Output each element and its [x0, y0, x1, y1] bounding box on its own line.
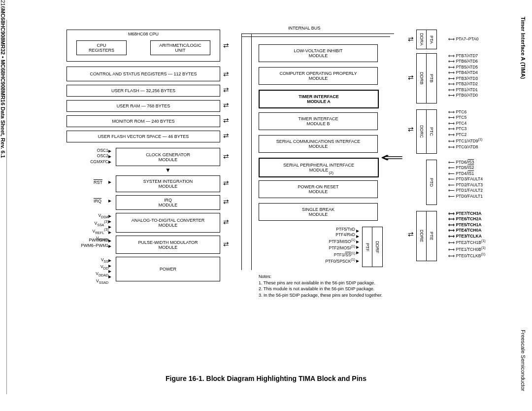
ddrc-box: DDRC	[416, 109, 427, 154]
pta-box: PTA	[426, 30, 437, 49]
page-number: 216	[0, 0, 6, 9]
pwm-module: PULSE-WIDTH MODULATOR MODULE	[116, 236, 220, 254]
ddre-box: DDRE	[416, 211, 427, 261]
break-module: SINGLE BREAK MODULE	[259, 203, 378, 221]
pte-box: PTE	[426, 211, 437, 261]
clock-pins: OSC1 OSC2 CGMXFC	[79, 148, 108, 165]
ddrb-box: DDRB	[416, 53, 427, 103]
sci-module: SERIAL COMMUNICATIONS INTERFACE MODULE	[259, 135, 378, 153]
datasheet-title: MC68HC908MR32 • MC68HC908MR16 Data Sheet…	[0, 9, 6, 158]
ptb-box: PTB	[426, 53, 437, 103]
ddrf-box: DDRF	[372, 227, 383, 267]
ctrl-status-reg: CONTROL AND STATUS REGISTERS — 112 BYTES	[66, 67, 220, 81]
timb-module: TIMER INTERFACE MODULE B	[259, 112, 378, 130]
lvi-module: LOW-VOLTAGE INHIBIT MODULE	[259, 44, 378, 62]
cpu-title: M68HC08 CPU	[128, 32, 159, 36]
page: Timer Interface A (TIMA) Freescale Semic…	[0, 0, 532, 411]
rst-pin: RST	[94, 180, 102, 185]
adc-module: ANALOG-TO-DIGITAL CONVERTER MODULE	[116, 213, 220, 233]
irq-module: IRQ MODULE	[116, 195, 220, 210]
pwm-pins: PWMGND PWM6–PWM1	[69, 238, 108, 249]
header-right: Timer Interface A (TIMA)	[520, 17, 526, 79]
power-pins: VSSVDDVDDADVSSAD	[81, 257, 108, 285]
cop-module: COMPUTER OPERATING PROPERLY MODULE	[259, 67, 378, 85]
spi-module: SERIAL PERIPHERAL INTERFACE MODULE(2)	[259, 158, 379, 177]
ptb-pins: ⟷ PTB7/ATD7 ⟷ PTB6/ATD6 ⟷ PTB5/ATD5 ⟷ PT…	[448, 53, 478, 99]
down-arrow-icon: ▼	[165, 167, 171, 173]
ptc-box: PTC	[426, 109, 437, 154]
alu: ARITHMETIC/LOGIC UNIT	[150, 40, 210, 55]
ptd-box: PTD	[426, 160, 437, 205]
user-ram: USER RAM — 768 BYTES	[66, 100, 220, 112]
ptf-pins: PTF5/TxD PTF4/RxD PTF3/MISO(1) PTF2/MOSI…	[317, 227, 355, 264]
flash-vector: USER FLASH VECTOR SPACE — 46 BYTES	[66, 131, 220, 142]
bus-open-arrow-icon: ⇐	[380, 150, 404, 165]
power-block: POWER	[116, 257, 220, 281]
monitor-rom: MONITOR ROM — 240 BYTES	[66, 115, 220, 127]
sim-module: SYSTEM INTEGRATION MODULE	[116, 175, 220, 192]
ptd-pins: ⟵ PTD6/IS3 ⟵ PTD5/IS2 ⟵ PTD4/IS1 ⟵ PTD3/…	[448, 160, 483, 199]
por-module: POWER-ON RESET MODULE	[259, 180, 378, 198]
pte-pins: ⟷ PTE7/TCH3A ⟷ PTE6/TCH2A ⟷ PTE5/TCH1A ⟷…	[448, 211, 486, 259]
clock-gen: CLOCK GENERATOR MODULE	[116, 148, 220, 166]
irq-pin: IRQ	[94, 199, 101, 204]
internal-bus-label: INTERNAL BUS	[288, 26, 320, 31]
ddra-box: DDRA	[416, 30, 427, 49]
pta-pins: ⟷ PTA7–PTA0	[448, 36, 478, 42]
block-diagram: M68HC08 CPU CPU REGISTERS ARITHMETIC/LOG…	[47, 30, 507, 360]
figure-caption: Figure 16-1. Block Diagram Highlighting …	[0, 375, 532, 382]
notes: Notes: 1. These pins are not available i…	[259, 274, 383, 298]
ptf-box: PTF	[362, 227, 373, 267]
tima-module: TIMER INTERFACE MODULE A	[259, 90, 379, 108]
user-flash: USER FLASH — 32,256 BYTES	[66, 85, 220, 97]
cpu-registers: CPU REGISTERS	[76, 40, 127, 55]
ptc-pins: ⟷ PTC6 ⟷ PTC5 ⟷ PTC4 ⟷ PTC3 ⟷ PTC2 ⟷ PTC…	[448, 109, 482, 150]
